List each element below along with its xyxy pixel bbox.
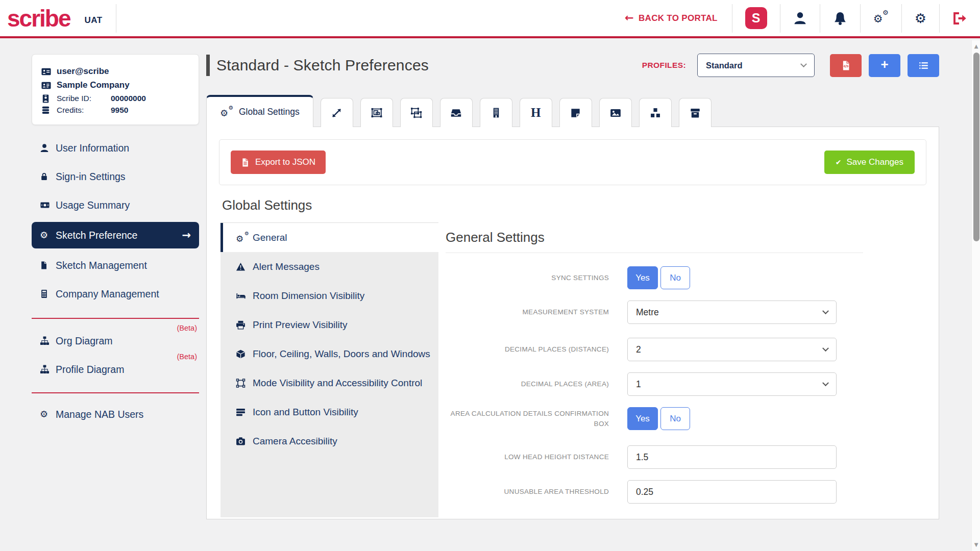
header-divider bbox=[732, 4, 732, 33]
subnav-item-camera-accesibility[interactable]: Camera Accesibility bbox=[220, 427, 438, 456]
settings-button[interactable]: ⚙ bbox=[902, 12, 939, 25]
sidebar-item-usage-summary[interactable]: Usage Summary bbox=[32, 193, 199, 217]
chevron-down-icon bbox=[822, 308, 829, 314]
tab-inbox[interactable] bbox=[440, 98, 473, 127]
sidebar-nav: User Information Sign-in Settings Usage … bbox=[32, 136, 199, 306]
title-accent-bar bbox=[206, 55, 210, 76]
vector-square-icon bbox=[236, 379, 253, 388]
calculator-icon bbox=[40, 289, 56, 298]
admin-settings-button[interactable]: ⚙⚙ bbox=[861, 10, 901, 26]
inbox-icon bbox=[451, 108, 461, 118]
subnav-item-mode-visibility-accessibility[interactable]: Mode Visibility and Accessibility Contro… bbox=[220, 368, 438, 397]
object-group-icon bbox=[371, 107, 382, 118]
scroll-up-arrow[interactable]: ▲ bbox=[972, 44, 980, 49]
page-body: user@scribe Sample Company Scribe ID: 00… bbox=[0, 38, 980, 551]
subnav-item-floor-ceiling-walls-doors-windows[interactable]: Floor, Ceiling, Walls, Doors and Windows bbox=[220, 339, 438, 368]
main-content: Standard - Sketch Preferences PROFILES: … bbox=[206, 50, 939, 551]
sidebar-item-company-management[interactable]: Company Management bbox=[32, 282, 199, 306]
sidebar-item-profile-diagram[interactable]: (Beta) Profile Diagram bbox=[32, 352, 199, 380]
sidebar-item-label: Sign-in Settings bbox=[56, 171, 126, 183]
back-to-portal-link[interactable]: ← BACK TO PORTAL bbox=[625, 13, 718, 23]
measurement-system-select[interactable]: Metre bbox=[627, 300, 837, 324]
sidebar-item-label: User Information bbox=[56, 142, 129, 154]
header-divider bbox=[116, 4, 116, 33]
tab-building[interactable] bbox=[480, 98, 512, 127]
scribe-app-badge[interactable]: S bbox=[745, 7, 767, 29]
field-label: SYNC SETTINGS bbox=[446, 273, 609, 283]
sidebar-item-sketch-management[interactable]: Sketch Management bbox=[32, 254, 199, 277]
gears-icon: ⚙⚙ bbox=[236, 232, 253, 243]
company-row: Sample Company bbox=[41, 80, 189, 90]
sign-out-button[interactable] bbox=[940, 11, 967, 26]
subnav-item-room-dimension-visibility[interactable]: Room Dimension Visibility bbox=[220, 281, 438, 310]
export-profile-button[interactable] bbox=[830, 54, 862, 77]
add-profile-button[interactable]: + bbox=[869, 54, 900, 77]
field-label: DECIMAL PLACES (AREA) bbox=[446, 379, 609, 389]
credits-row: Credits: 9950 bbox=[41, 106, 189, 115]
sidebar-item-sketch-preference[interactable]: ⚙ Sketch Preference → bbox=[32, 222, 199, 248]
subnav-item-alert-messages[interactable]: Alert Messages bbox=[220, 252, 438, 281]
plus-icon: + bbox=[880, 57, 888, 72]
sync-settings-toggle: Yes No bbox=[627, 266, 690, 289]
tab-object-group[interactable] bbox=[360, 98, 393, 127]
sidebar-item-sign-in-settings[interactable]: Sign-in Settings bbox=[32, 165, 199, 188]
subnav-item-label: General bbox=[253, 232, 287, 243]
sidebar-item-manage-nab-users[interactable]: ⚙ Manage NAB Users bbox=[32, 403, 199, 426]
scribe-logo[interactable]: scribe bbox=[7, 5, 70, 32]
user-profile-button[interactable] bbox=[780, 11, 820, 25]
sidebar-item-label: Manage NAB Users bbox=[56, 409, 143, 420]
tab-cubes[interactable] bbox=[639, 98, 672, 127]
vertical-scrollbar[interactable]: ▲ ▼ bbox=[971, 40, 980, 551]
profile-select[interactable]: Standard bbox=[697, 54, 815, 77]
subnav-item-label: Alert Messages bbox=[253, 261, 320, 272]
credits-label: Credits: bbox=[57, 106, 111, 115]
camera-icon bbox=[236, 437, 253, 446]
tab-resize[interactable] bbox=[321, 98, 353, 127]
beta-badge: (Beta) bbox=[177, 324, 198, 332]
profile-list-button[interactable] bbox=[908, 54, 939, 77]
address-card-icon bbox=[41, 81, 57, 90]
id-card-icon bbox=[41, 67, 57, 77]
export-to-json-button[interactable]: Export to JSON bbox=[231, 151, 326, 174]
subnav-item-general[interactable]: ⚙⚙ General bbox=[220, 223, 438, 252]
subnav-item-label: Print Preview Visibility bbox=[253, 319, 347, 331]
no-button[interactable]: No bbox=[660, 266, 690, 289]
chevron-down-icon bbox=[800, 61, 807, 67]
subnav-item-print-preview-visibility[interactable]: Print Preview Visibility bbox=[220, 310, 438, 339]
form-title: General Settings bbox=[446, 224, 863, 253]
tab-global-settings[interactable]: ⚙⚙ Global Settings bbox=[206, 95, 313, 127]
decimal-places-distance-select[interactable]: 2 bbox=[627, 338, 837, 361]
form-row-low-head-height: LOW HEAD HEIGHT DISTANCE bbox=[446, 445, 863, 469]
page-title: Standard - Sketch Preferences bbox=[216, 57, 429, 74]
archive-icon bbox=[690, 108, 700, 118]
save-changes-button[interactable]: ✔ Save Changes bbox=[824, 151, 915, 174]
subnav-item-icon-button-visibility[interactable]: Icon and Button Visibility bbox=[220, 397, 438, 427]
tab-image[interactable] bbox=[599, 98, 632, 127]
scroll-down-arrow[interactable]: ▼ bbox=[972, 542, 980, 547]
notifications-button[interactable] bbox=[820, 11, 860, 26]
gear-icon: ⚙ bbox=[40, 410, 56, 419]
field-label: UNUSABLE AREA THRESHOLD bbox=[446, 487, 609, 497]
decimal-places-area-select[interactable]: 1 bbox=[627, 372, 837, 396]
unusable-area-threshold-input[interactable] bbox=[627, 480, 837, 504]
sidebar-item-label: Org Diagram bbox=[56, 335, 113, 347]
sidebar-item-org-diagram[interactable]: (Beta) Org Diagram bbox=[32, 323, 199, 352]
sidebar-item-user-information[interactable]: User Information bbox=[32, 136, 199, 160]
yes-button[interactable]: Yes bbox=[627, 266, 658, 289]
field-label: AREA CALCULATION DETAILS CONFIRMATION BO… bbox=[446, 409, 609, 429]
printer-icon bbox=[236, 320, 253, 330]
tab-object-ungroup[interactable] bbox=[400, 98, 433, 127]
no-button[interactable]: No bbox=[660, 407, 690, 430]
save-changes-label: Save Changes bbox=[846, 157, 903, 167]
tab-sticky-note[interactable] bbox=[559, 98, 592, 127]
section-title: Global Settings bbox=[222, 197, 939, 213]
object-ungroup-icon bbox=[410, 107, 422, 118]
tab-archive[interactable] bbox=[679, 98, 712, 127]
select-value: Metre bbox=[636, 307, 659, 318]
low-head-height-input[interactable] bbox=[627, 445, 837, 469]
scrollbar-thumb[interactable] bbox=[973, 53, 979, 241]
yes-button[interactable]: Yes bbox=[627, 407, 658, 430]
building-icon bbox=[491, 107, 501, 118]
form-row-measurement-system: MEASUREMENT SYSTEM Metre bbox=[446, 300, 863, 324]
tab-heading[interactable]: H bbox=[520, 98, 552, 127]
